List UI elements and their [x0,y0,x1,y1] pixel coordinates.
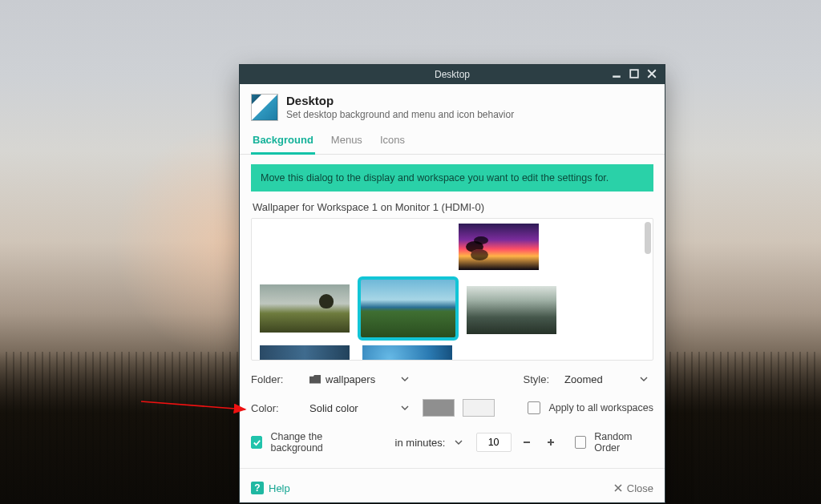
tab-content: Move this dialog to the display and work… [240,155,665,474]
wallpaper-thumb[interactable] [362,345,452,361]
maximize-icon[interactable] [629,69,641,80]
random-order-label: Random Order [594,431,653,454]
close-x-icon [614,484,622,492]
dialog-title: Desktop [286,94,514,107]
dialog-footer: ? Help Close [240,474,665,502]
interval-value-input[interactable] [476,433,512,452]
info-banner: Move this dialog to the display and work… [251,164,653,192]
change-background-checkbox[interactable] [251,436,262,449]
wallpaper-section-label: Wallpaper for Workspace 1 on Monitor 1 (… [253,201,652,213]
close-icon[interactable] [647,69,658,80]
apply-all-checkbox[interactable] [528,401,540,414]
primary-color-swatch[interactable] [423,399,455,417]
wallpaper-thumb[interactable] [260,284,350,333]
apply-all-label: Apply to all workspaces [548,402,653,413]
gallery-scrollbar[interactable] [645,222,651,254]
svg-rect-2 [524,442,530,443]
dialog-subtitle: Set desktop background and menu and icon… [286,109,514,120]
wallpaper-thumb[interactable] [260,345,350,361]
style-label: Style: [523,373,549,385]
secondary-color-swatch[interactable] [463,399,495,417]
chevron-down-icon [401,404,409,412]
desktop-settings-window: Desktop Desktop Set desktop background a… [239,64,665,503]
wallpaper-thumb[interactable] [467,286,556,334]
svg-rect-1 [630,70,638,78]
folder-combo[interactable]: wallpapers [302,369,415,389]
change-background-label: Change the background [270,431,366,454]
wallpaper-gallery[interactable] [251,218,653,361]
interval-increment[interactable] [543,433,559,451]
window-title: Desktop [435,69,470,80]
wallpaper-thumb-selected[interactable] [361,280,455,337]
svg-rect-0 [613,75,621,77]
desktop-wallpaper-icon [251,94,278,121]
folder-label: Folder: [251,373,294,385]
tab-background[interactable]: Background [251,127,315,155]
color-label: Color: [251,402,294,414]
color-mode-combo[interactable]: Solid color [302,397,415,418]
close-button[interactable]: Close [614,482,653,494]
help-icon: ? [251,482,264,494]
svg-rect-4 [548,442,554,443]
minimize-icon[interactable] [612,69,623,80]
tab-icons[interactable]: Icons [378,127,406,155]
titlebar[interactable]: Desktop [240,65,665,84]
tab-menus[interactable]: Menus [330,127,364,155]
interval-unit-combo[interactable]: in minutes: [388,432,468,453]
folder-icon [309,375,321,384]
help-button[interactable]: ? Help [251,482,290,494]
divider [240,468,665,469]
tab-bar: Background Menus Icons [240,127,665,155]
chevron-down-icon [640,375,648,383]
interval-decrement[interactable] [520,433,536,451]
wallpaper-thumb[interactable] [459,224,539,270]
random-order-checkbox[interactable] [575,436,586,449]
style-combo[interactable]: Zoomed [557,369,653,389]
chevron-down-icon [401,375,409,383]
dialog-header: Desktop Set desktop background and menu … [240,84,665,127]
chevron-down-icon [455,438,463,446]
